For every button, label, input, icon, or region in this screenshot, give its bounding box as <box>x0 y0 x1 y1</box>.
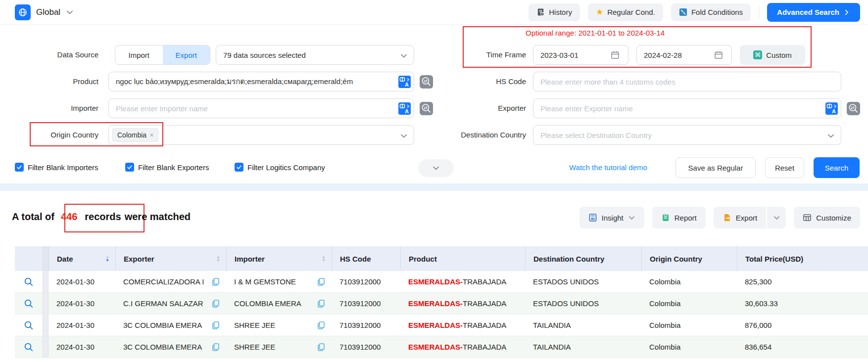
chevron-down-icon <box>432 164 440 172</box>
filter-row-origin-destination: Origin Country Colombia × Destination Co… <box>0 125 868 145</box>
importer-name[interactable]: COLOMBIA EMERA <box>234 299 301 308</box>
importer-name[interactable]: I & M GEMSTONE <box>234 277 296 286</box>
filter-blank-exporters-checkbox[interactable]: Filter Blank Exporters <box>125 163 209 172</box>
section-divider-band <box>0 183 868 191</box>
checkbox-checked-icon <box>15 163 24 172</box>
fold-conditions-button[interactable]: Fold Conditions <box>671 3 751 21</box>
record-count: 446 <box>61 211 77 223</box>
importer-name[interactable]: SHREE JEE <box>234 343 275 351</box>
export-button[interactable]: Export <box>714 207 766 228</box>
destination-country-placeholder: Please select Destination Country <box>540 131 652 139</box>
insight-button[interactable]: Insight <box>579 207 644 228</box>
import-export-toggle: Import Export <box>115 45 210 65</box>
save-as-regular-button[interactable]: Save as Regular <box>675 157 756 178</box>
header-exporter[interactable]: Exporter ▲▼ <box>115 246 226 271</box>
reset-button[interactable]: Reset <box>765 157 804 178</box>
cell-destination: TAILANDIA <box>525 315 641 336</box>
time-frame-label: Time Frame <box>381 45 526 65</box>
product-keyword-highlight: ESMERALDAS- <box>408 343 463 351</box>
custom-range-button[interactable]: ⌘ Custom <box>740 45 805 65</box>
origin-country-tag: Colombia × <box>112 128 158 142</box>
history-button[interactable]: History <box>529 3 580 21</box>
filter-row-importer-exporter: Importer Exporter <box>0 98 868 118</box>
header-product: Product <box>400 246 525 271</box>
filter-logistics-company-checkbox[interactable]: Filter Logitics Company <box>235 163 325 172</box>
command-icon: ⌘ <box>753 50 762 59</box>
importer-input[interactable] <box>108 98 414 118</box>
translate-icon[interactable] <box>825 102 838 115</box>
sort-icons[interactable]: ▲▼ <box>322 255 326 262</box>
cell-exporter: 3C COLOMBIA EMERA <box>115 336 226 358</box>
history-icon <box>536 8 545 16</box>
customize-label: Customize <box>816 214 851 222</box>
report-button[interactable]: Report <box>652 207 706 228</box>
header-label: Importer <box>235 255 265 263</box>
exporter-name[interactable]: COMERCIALIZADORA I <box>123 277 204 286</box>
synonym-search-icon[interactable] <box>847 102 860 115</box>
importer-name[interactable]: SHREE JEE <box>234 321 275 329</box>
cell-exporter: 3C COLOMBIA EMERA <box>115 315 226 336</box>
cell-product: ESMERALDAS- TRABAJADA <box>400 315 525 336</box>
origin-country-select[interactable]: Colombia × <box>108 125 414 145</box>
view-detail-icon[interactable] <box>24 277 34 287</box>
search-button[interactable]: Search <box>814 157 860 178</box>
copy-icon[interactable] <box>211 321 220 330</box>
expand-conditions-button[interactable] <box>418 159 454 177</box>
table-row: 2024-01-30 3C COLOMBIA EMERA SHREE JEE 7… <box>15 336 868 358</box>
filter-blank-importers-checkbox[interactable]: Filter Blank Importers <box>15 163 98 172</box>
import-segment[interactable]: Import <box>115 45 163 64</box>
checkbox-label: Filter Blank Importers <box>28 163 98 172</box>
customize-button[interactable]: Customize <box>794 207 860 228</box>
cell-importer: SHREE JEE <box>226 336 332 358</box>
regular-cond-button[interactable]: ★ Regular Cond. <box>588 3 663 21</box>
cell-destination: TAILANDIA <box>525 336 641 358</box>
chevron-down-icon <box>628 214 635 222</box>
export-segment[interactable]: Export <box>163 45 210 64</box>
destination-country-label: Destination Country <box>381 125 526 145</box>
cell-product: ESMERALDAS- TRABAJADA <box>400 336 525 358</box>
header-hs-code: HS Code <box>332 246 400 271</box>
calendar-icon[interactable] <box>611 50 620 59</box>
region-selector[interactable]: Global <box>15 4 74 20</box>
header-date[interactable]: Date ▲▼ <box>48 246 115 271</box>
destination-country-select[interactable]: Please select Destination Country <box>533 125 841 145</box>
tutorial-demo-link[interactable]: Watch the tutorial demo <box>569 163 647 172</box>
exporter-input[interactable] <box>533 98 841 118</box>
copy-icon[interactable] <box>317 299 326 308</box>
table-header-row: Date ▲▼ Exporter ▲▼ Importer ▲▼ HS Code … <box>15 246 868 271</box>
product-keyword-highlight: ESMERALDAS- <box>408 299 463 308</box>
cell-hs-code: 7103912000 <box>332 271 400 292</box>
copy-icon[interactable] <box>211 277 220 286</box>
table-row: 2024-01-30 C.I GERMAN SALAZAR COLOMBIA E… <box>15 293 868 315</box>
copy-icon[interactable] <box>211 299 220 308</box>
export-options-button[interactable] <box>767 207 786 228</box>
copy-icon[interactable] <box>317 277 326 286</box>
view-detail-icon[interactable] <box>24 299 34 309</box>
copy-icon[interactable] <box>211 343 220 352</box>
calendar-icon[interactable] <box>714 50 723 59</box>
remove-tag-icon[interactable]: × <box>149 131 153 139</box>
product-input[interactable] <box>108 72 414 91</box>
exporter-name[interactable]: 3C COLOMBIA EMERA <box>123 343 202 351</box>
advanced-search-button[interactable]: Advanced Search <box>767 3 860 22</box>
header-origin-country: Origin Country <box>641 246 737 271</box>
exporter-name[interactable]: C.I GERMAN SALAZAR <box>123 299 203 308</box>
sort-icons[interactable]: ▲▼ <box>105 255 109 262</box>
exporter-name[interactable]: 3C COLOMBIA EMERA <box>123 321 202 329</box>
header-label: Exporter <box>124 255 154 263</box>
view-detail-icon[interactable] <box>24 342 34 352</box>
sort-icons[interactable]: ▲▼ <box>216 255 220 262</box>
copy-icon[interactable] <box>317 343 326 352</box>
exporter-label: Exporter <box>381 98 526 118</box>
results-summary: A total of 446 records were matched <box>12 211 191 223</box>
chevron-down-icon <box>66 8 74 16</box>
top-bar-actions: History ★ Regular Cond. Fold Conditions … <box>529 3 860 22</box>
copy-icon[interactable] <box>317 321 326 330</box>
export-split-button: Export <box>714 207 786 228</box>
history-label: History <box>549 8 572 16</box>
hs-code-input[interactable] <box>533 72 841 91</box>
view-detail-icon[interactable] <box>24 320 34 330</box>
custom-label: Custom <box>766 51 792 59</box>
row-strip <box>43 315 48 336</box>
header-importer[interactable]: Importer ▲▼ <box>226 246 332 271</box>
